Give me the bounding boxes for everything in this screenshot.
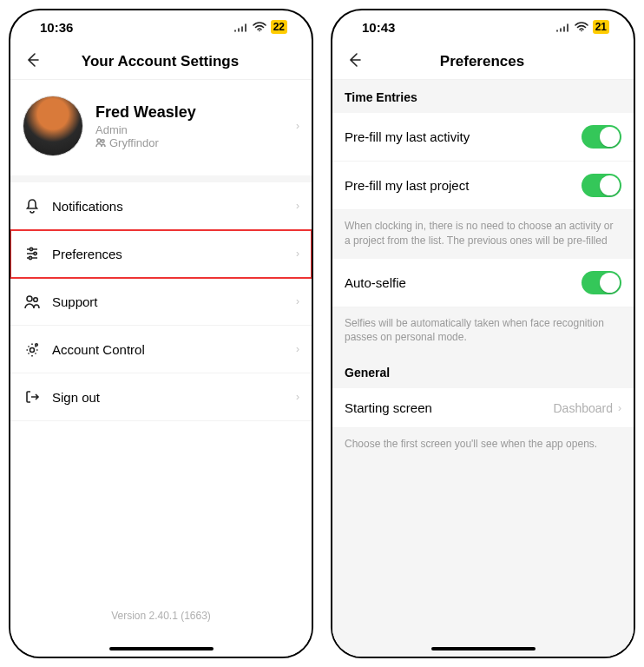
svg-point-6 [27,296,32,301]
pref-label: Pre-fill my last project [345,178,582,193]
status-bar: 10:36 22 [10,10,312,43]
chevron-right-icon: › [296,200,299,212]
toggle-prefill-project[interactable] [582,174,621,197]
users-icon [23,292,42,311]
status-time: 10:43 [362,20,395,35]
chevron-right-icon: › [296,295,299,307]
profile-team: Gryffindor [95,136,284,149]
signal-icon [556,23,570,32]
back-arrow-icon [345,50,364,69]
svg-point-4 [34,252,36,254]
svg-point-1 [97,139,101,142]
status-icons: 21 [556,20,609,34]
status-bar: 10:43 21 [332,10,634,43]
chevron-right-icon: › [296,343,299,355]
back-button[interactable] [23,50,42,73]
pref-label: Pre-fill my last activity [345,129,582,144]
pref-label: Starting screen [345,400,554,415]
wifi-icon [253,22,266,32]
profile-name: Fred Weasley [95,103,284,122]
profile-text: Fred Weasley Admin Gryffindor [95,103,284,149]
status-icons: 22 [234,20,287,34]
svg-point-10 [581,30,582,32]
toggle-auto-selfie[interactable] [582,271,621,294]
help-prefill: When clocking in, there is no need to ch… [332,210,634,259]
svg-point-7 [34,298,38,302]
svg-point-0 [259,30,260,32]
menu-item-account-control[interactable]: Account Control › [10,326,312,373]
menu-item-notifications[interactable]: Notifications › [10,182,312,230]
section-time-entries: Time Entries [332,80,634,113]
menu-item-signout[interactable]: Sign out › [10,373,312,421]
pref-starting-screen[interactable]: Starting screen Dashboard › [332,388,634,428]
gear-icon [23,340,42,359]
bell-icon [23,196,42,215]
help-autoselfie: Selfies will be automatically taken when… [332,307,634,356]
pref-prefill-activity[interactable]: Pre-fill my last activity [332,113,634,162]
toggle-prefill-activity[interactable] [582,125,621,149]
menu-label: Sign out [52,390,286,405]
page-title: Preferences [364,53,601,70]
pref-auto-selfie[interactable]: Auto-selfie [332,259,634,307]
svg-point-3 [30,248,32,250]
pref-prefill-project[interactable]: Pre-fill my last project [332,162,634,210]
phone-preferences: 10:43 21 Preferences Time Entries Pre-fi… [331,9,635,658]
sliders-icon [23,244,42,263]
signal-icon [234,23,248,32]
menu-label: Account Control [52,342,286,357]
menu-item-preferences[interactable]: Preferences › [10,230,312,278]
section-general: General [332,355,634,388]
avatar [23,96,83,156]
status-time: 10:36 [40,20,73,35]
pref-label: Auto-selfie [345,275,582,290]
signout-icon [23,387,42,406]
team-icon [95,137,106,148]
help-starting-screen: Choose the first screen you'll see when … [332,428,634,657]
back-arrow-icon [23,50,42,69]
wifi-icon [575,22,588,32]
phone-account-settings: 10:36 22 Your Account Settings Fred Weas… [9,9,313,658]
battery-badge: 21 [593,20,609,34]
page-title: Your Account Settings [42,53,279,70]
pref-value: Dashboard [554,401,614,415]
menu-item-support[interactable]: Support › [10,278,312,326]
menu-label: Notifications [52,199,286,214]
chevron-right-icon: › [296,120,299,132]
chevron-right-icon: › [618,402,621,414]
chevron-right-icon: › [296,248,299,260]
profile-role: Admin [95,123,284,136]
chevron-right-icon: › [296,391,299,403]
menu-label: Support [52,294,286,309]
menu-list: Notifications › Preferences › Support › … [10,182,312,421]
battery-badge: 22 [271,20,287,34]
back-button[interactable] [345,50,364,73]
profile-row[interactable]: Fred Weasley Admin Gryffindor › [10,80,312,182]
svg-point-5 [29,256,31,259]
svg-point-9 [36,344,38,347]
header: Preferences [332,43,634,80]
svg-point-8 [30,348,35,353]
home-indicator[interactable] [431,647,536,650]
header: Your Account Settings [10,43,312,80]
menu-label: Preferences [52,247,286,261]
svg-point-2 [102,140,104,142]
home-indicator[interactable] [109,647,214,650]
